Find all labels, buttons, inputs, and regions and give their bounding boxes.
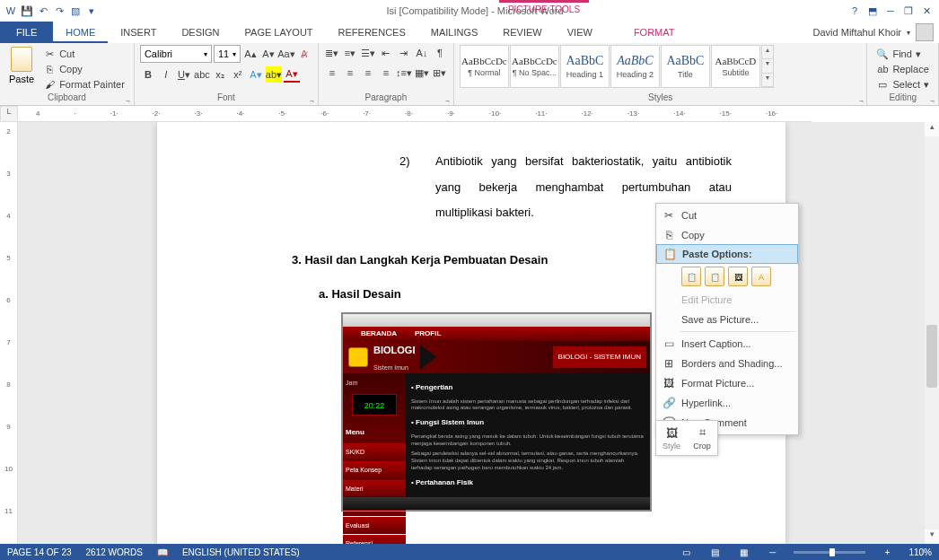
selected-picture[interactable]: BERANDAPROFIL BIOLOGISistem Imun BIOLOGI… [342,313,651,511]
qat-dropdown-icon[interactable]: ▾ [84,4,99,18]
shrink-font-icon[interactable]: A▾ [260,46,276,62]
bullets-icon[interactable]: ≣▾ [324,45,340,61]
decrease-indent-icon[interactable]: ⇤ [378,45,394,61]
underline-icon[interactable]: U▾ [176,66,192,83]
scroll-down-icon[interactable]: ▾ [925,529,939,544]
ctx-save-as-picture[interactable]: Save as Picture... [656,310,798,329]
status-proofing-icon[interactable]: 📖 [157,547,168,557]
font-family-select[interactable]: Calibri▾ [140,45,212,63]
style-subtitle[interactable]: AaBbCcDSubtitle [711,45,760,88]
view-read-icon[interactable]: ▭ [679,547,693,557]
increase-indent-icon[interactable]: ⇥ [396,45,412,61]
text-effects-icon[interactable]: A▾ [248,66,264,83]
paste-keep-source-icon[interactable]: 📋 [681,267,701,286]
multilevel-icon[interactable]: ☰▾ [360,45,376,61]
zoom-slider[interactable] [794,551,865,554]
style-heading2[interactable]: AaBbCHeading 2 [610,45,660,88]
ctx-copy[interactable]: ⎘Copy [656,225,798,245]
zoom-level[interactable]: 110% [908,547,932,557]
highlight-icon[interactable]: ab▾ [266,66,282,83]
ctx-cut[interactable]: ✂Cut [656,206,798,225]
style-normal[interactable]: AaBbCcDc¶ Normal [460,45,509,88]
select-button[interactable]: ▭Select ▾ [873,77,933,92]
tab-review[interactable]: REVIEW [490,22,554,43]
strikethrough-icon[interactable]: abc [194,66,210,83]
ctx-insert-caption[interactable]: ▭Insert Caption... [656,334,798,354]
font-size-select[interactable]: 11▾ [214,45,241,63]
cut-button[interactable]: ✂Cut [39,47,128,61]
font-color-icon[interactable]: A▾ [284,66,300,83]
align-center-icon[interactable]: ≡ [342,65,358,81]
gallery-scroll[interactable]: ▴▾▾ [761,45,774,88]
italic-icon[interactable]: I [158,66,174,83]
vertical-ruler[interactable]: 234567891011 [0,122,18,544]
justify-icon[interactable]: ≡ [378,65,394,81]
ctx-hyperlink[interactable]: 🔗Hyperlink... [656,393,798,413]
restore-icon[interactable]: ❐ [901,4,916,18]
paste-text-icon[interactable]: A [751,267,771,286]
status-words[interactable]: 2612 WORDS [86,547,143,557]
mini-crop[interactable]: ⌗Crop [687,421,717,455]
user-avatar[interactable] [916,23,934,41]
shading-icon[interactable]: ▦▾ [414,65,430,81]
zoom-in-icon[interactable]: + [880,547,894,557]
borders-icon[interactable]: ⊞▾ [432,65,448,81]
redo-icon[interactable]: ↷ [52,4,66,18]
superscript-icon[interactable]: x² [230,66,246,83]
numbering-icon[interactable]: ≡▾ [342,45,358,61]
view-web-icon[interactable]: ▦ [736,547,750,557]
context-menu: ✂Cut ⎘Copy 📋Paste Options: 📋 📋 🖼 A Edit … [655,203,799,435]
style-icon: 🖼 [666,426,678,440]
undo-icon[interactable]: ↶ [36,4,50,18]
user-area[interactable]: David Miftahul Khoir▾ [813,23,939,41]
style-title[interactable]: AaBbCTitle [661,45,710,88]
grow-font-icon[interactable]: A▴ [242,46,259,62]
tab-format[interactable]: FORMAT [621,22,688,43]
line-spacing-icon[interactable]: ↕≡▾ [396,65,412,81]
tab-home[interactable]: HOME [53,22,108,43]
tab-mailings[interactable]: MAILINGS [418,22,491,43]
align-right-icon[interactable]: ≡ [360,65,376,81]
status-language[interactable]: ENGLISH (UNITED STATES) [182,547,300,557]
replace-button[interactable]: abReplace [873,62,933,76]
clear-formatting-icon[interactable]: A̷ [296,46,312,62]
save-icon[interactable]: 💾 [20,4,34,18]
qat-item-icon[interactable]: ▧ [68,4,83,18]
align-left-icon[interactable]: ≡ [324,65,340,81]
zoom-out-icon[interactable]: ─ [765,547,779,557]
change-case-icon[interactable]: Aa▾ [278,46,294,62]
ruler-corner[interactable]: L [0,106,18,122]
paste-merge-icon[interactable]: 📋 [705,267,724,286]
bold-icon[interactable]: B [140,66,156,83]
tab-view[interactable]: VIEW [555,22,605,43]
horizontal-ruler[interactable]: 4··1··2··3··4··5··6··7··8··9··10··11··12… [18,106,812,122]
sort-icon[interactable]: A↓ [414,45,430,61]
minimize-icon[interactable]: ─ [883,4,898,18]
tab-file[interactable]: FILE [0,22,53,43]
show-marks-icon[interactable]: ¶ [432,45,448,61]
scroll-thumb[interactable] [926,325,937,388]
vertical-scrollbar[interactable]: ▴ ▾ [925,122,939,544]
style-nospacing[interactable]: AaBbCcDc¶ No Spac... [510,45,559,88]
tab-references[interactable]: REFERENCES [326,22,418,43]
find-button[interactable]: 🔍Find ▾ [873,47,933,61]
scroll-up-icon[interactable]: ▴ [925,122,939,136]
copy-button[interactable]: ⎘Copy [39,62,128,76]
tab-page-layout[interactable]: PAGE LAYOUT [233,22,326,43]
ribbon-display-icon[interactable]: ⬒ [865,4,880,18]
ctx-borders-shading[interactable]: ⊞Borders and Shading... [656,354,798,373]
status-page[interactable]: PAGE 14 OF 23 [7,547,72,557]
styles-gallery[interactable]: AaBbCcDc¶ Normal AaBbCcDc¶ No Spac... Aa… [460,45,774,88]
ctx-paste-options[interactable]: 📋Paste Options: [656,244,798,264]
subscript-icon[interactable]: x₂ [212,66,228,83]
paste-picture-icon[interactable]: 🖼 [728,267,748,286]
view-print-icon[interactable]: ▤ [707,547,722,557]
close-icon[interactable]: ✕ [919,4,934,18]
help-icon[interactable]: ? [847,4,862,18]
format-painter-button[interactable]: 🖌Format Painter [39,77,128,92]
paste-button[interactable]: Paste [5,45,38,86]
tab-design[interactable]: DESIGN [169,22,232,43]
tab-insert[interactable]: INSERT [108,22,169,43]
ctx-format-picture[interactable]: 🖼Format Picture... [656,373,798,393]
style-heading1[interactable]: AaBbCHeading 1 [560,45,610,88]
